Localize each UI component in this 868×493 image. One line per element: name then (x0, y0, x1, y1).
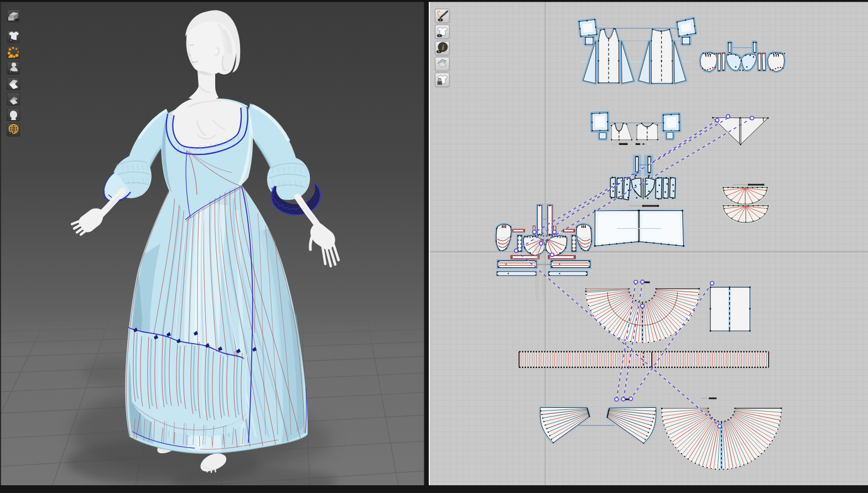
svg-text:i: i (442, 43, 444, 51)
